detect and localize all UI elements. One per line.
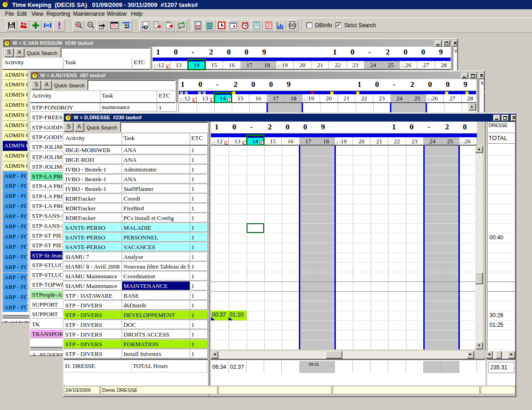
svg-text:Σ: Σ (124, 23, 129, 30)
